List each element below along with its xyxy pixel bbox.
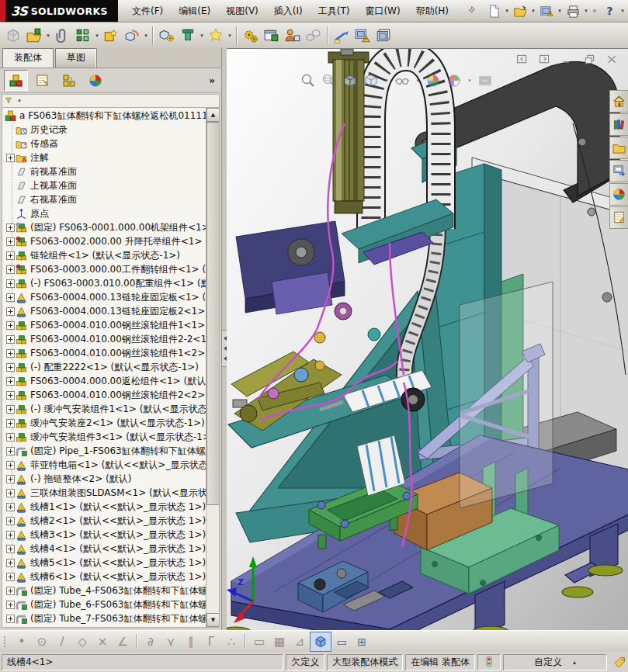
tree-item[interactable]: 缓冲气安装组件3<1> (默认<显示状态-1>) [2, 430, 206, 444]
dropdown-arrow-icon[interactable]: ▾ [383, 78, 390, 84]
tree-item[interactable]: 线槽2<1> (默认<<默认>_显示状态 1>) [2, 514, 206, 528]
dropdown-arrow-icon[interactable]: ▾ [467, 78, 473, 84]
tree-item[interactable]: (-) 缓冲气安装组件1<1> (默认<显示状态-1>) [2, 402, 206, 416]
tree-item[interactable]: 链轮组件<1> (默认<显示状态-1>) [2, 248, 206, 262]
viewport-four-button[interactable]: ⊞ [352, 632, 372, 651]
featuremanager-tree-tab[interactable] [4, 70, 28, 91]
tree-item[interactable]: 前视基准面 [2, 165, 206, 178]
menu-W[interactable]: 窗口(W) [357, 2, 408, 21]
propertymanager-tab[interactable] [30, 70, 54, 91]
zoom-fit-button[interactable] [300, 72, 317, 89]
component-pattern-button[interactable] [73, 25, 93, 47]
smart-fasteners-button[interactable] [101, 25, 121, 47]
dropdown-arrow-icon[interactable]: ▾ [504, 8, 510, 14]
scroll-down-button[interactable]: ▼ [206, 613, 220, 627]
configurationmanager-tab[interactable] [57, 70, 81, 91]
tree-item[interactable]: FS063-0002.000.00 升降托举组件<1> (默认<显示状态-1>) [2, 234, 206, 248]
display-pane-button[interactable] [262, 25, 282, 47]
menu-F[interactable]: 文件(F) [124, 2, 171, 21]
toolbar-drag-handle[interactable] [4, 636, 5, 647]
open-document-button[interactable] [511, 2, 529, 19]
collaborate-button[interactable] [283, 25, 303, 47]
dropdown-arrow-icon[interactable]: ▾ [199, 33, 205, 39]
tree-item[interactable]: 注解 [2, 151, 206, 165]
snapshot-button[interactable] [373, 25, 394, 47]
tree-expander[interactable] [5, 487, 16, 498]
dropdown-arrow-icon[interactable]: ▾ [583, 8, 589, 14]
display-style-button[interactable] [394, 72, 411, 89]
menu-I[interactable]: 插入(I) [266, 2, 311, 21]
tree-item[interactable]: (固定) Tube_6-FS063缸体翻转和下缸体螺栓返松机01111 [2, 598, 206, 611]
design-checker-button[interactable] [352, 25, 373, 47]
tree-item[interactable]: 上视基准面 [2, 178, 206, 192]
print-button[interactable] [564, 2, 582, 19]
dropdown-arrow-icon[interactable]: ▾ [530, 8, 536, 14]
tree-expander[interactable] [5, 222, 16, 233]
tree-item[interactable]: 原点 [2, 206, 206, 220]
status-traffic-light[interactable] [477, 654, 501, 670]
tree-expander[interactable] [5, 236, 16, 247]
view-palette-tab[interactable] [609, 160, 628, 182]
tree-expander[interactable] [5, 278, 16, 289]
close-doc-button[interactable] [605, 54, 619, 65]
tree-item[interactable]: (固定) Tube_7-FS063缸体翻转和下缸体螺栓返松机01111 [2, 611, 206, 625]
tree-item[interactable]: (-) 拖链整体<2> (默认) [2, 472, 206, 486]
tree-expander[interactable] [5, 390, 16, 400]
tree-item[interactable]: 线槽4<1> (默认<<默认>_显示状态 1>) [2, 542, 206, 556]
tree-item[interactable]: 右视基准面 [2, 192, 206, 206]
measure-button[interactable] [331, 25, 352, 47]
tree-expander[interactable] [5, 445, 16, 456]
tree-expander[interactable] [5, 529, 16, 540]
tree-expander[interactable] [5, 250, 16, 261]
tree-item[interactable]: FS063-0004.000.13链轮座固定板2<1> (默认<显示状态-1>) [2, 304, 206, 318]
shaded-view-cube-button[interactable] [310, 632, 331, 652]
assembly-features-button[interactable] [157, 25, 177, 47]
tree-expander[interactable] [5, 292, 16, 303]
scroll-up-button[interactable]: ▲ [206, 108, 220, 122]
dropdown-arrow-icon[interactable]: ▾ [45, 33, 51, 39]
tree-expander[interactable] [5, 152, 16, 163]
tree-item[interactable]: FS063-0004.010.00钢丝滚轮组件2-2<1> (默认<显示状态-1… [2, 332, 206, 346]
tree-item[interactable]: a FS063缸体翻转和下缸体螺栓返松机01111 [2, 109, 206, 123]
restore-doc-button[interactable] [582, 54, 596, 65]
dropdown-arrow-icon[interactable]: ▾ [143, 33, 149, 39]
tree-item[interactable]: FS063-0004.000.00返松组件<1> (默认<显示状态-1>) [2, 374, 206, 388]
tree-item[interactable]: (固定) Tube_4-FS063缸体翻转和下缸体螺栓返松机01111 [2, 584, 206, 598]
tree-scrollbar[interactable]: ▲ ▼ [206, 108, 219, 627]
tree-item[interactable]: (固定) Pipe_1-FS063缸体翻转和下缸体螺栓返松机01111 [2, 444, 206, 458]
file-explorer-tab[interactable] [609, 137, 628, 159]
insert-components-button[interactable] [3, 25, 23, 47]
tab-草图[interactable]: 草图 [55, 48, 97, 68]
task-home-tab[interactable] [609, 90, 628, 113]
tree-expander[interactable] [5, 543, 16, 554]
tree-expander[interactable] [5, 585, 16, 596]
tree-item[interactable]: 菲亚特电箱<1> (默认<<默认>_显示状态 1>) [2, 458, 206, 472]
tree-item[interactable]: FS063-0003.000.00工件翻转组件<1> (默认<显示状态-1>) [2, 262, 206, 276]
mate-button[interactable] [52, 25, 72, 47]
publish-edrawings-button[interactable] [537, 2, 556, 19]
view-setting-camera-button[interactable] [477, 72, 494, 89]
dropdown-arrow-icon[interactable]: ▾ [619, 8, 626, 14]
tree-item[interactable]: 三联体组装图SLDASM<1> (默认<显示状态-1>) [2, 486, 206, 500]
tree-expander[interactable] [5, 459, 16, 470]
dropdown-arrow-icon[interactable]: ▾ [227, 33, 233, 39]
tree-item[interactable]: FS063-0004.010.00钢丝滚轮组件2<2> (默认<显示状态-1>) [2, 388, 206, 402]
help-button[interactable]: ? [600, 2, 619, 19]
status-custom-dropdown[interactable]: 自定义 ▴ [503, 654, 607, 670]
reference-geometry-button[interactable] [178, 25, 198, 47]
tree-item[interactable]: (固定) FS063-0001.000.00机架组件<1> (默认<显示状态-1… [2, 220, 206, 234]
tree-expander[interactable] [5, 348, 16, 359]
open-part-button[interactable] [24, 25, 44, 47]
dropdown-arrow-icon[interactable]: ▾ [16, 98, 23, 104]
panel-splitter[interactable] [221, 48, 227, 630]
previous-window-button[interactable] [515, 54, 529, 65]
viewport-single-button[interactable]: ▭ [331, 632, 352, 651]
menu-V[interactable]: 视图(V) [218, 2, 266, 21]
tree-expander[interactable] [5, 473, 16, 484]
design-library-tab[interactable] [609, 113, 628, 136]
zoom-area-button[interactable] [321, 72, 338, 89]
tree-item[interactable]: (-) FS063-0003.010.00配重组件<1> (默认<显示状态-1>… [2, 276, 206, 290]
tree-expander[interactable] [5, 599, 16, 610]
tree-expander[interactable] [5, 557, 16, 568]
tree-item[interactable]: 传感器 [2, 137, 206, 151]
